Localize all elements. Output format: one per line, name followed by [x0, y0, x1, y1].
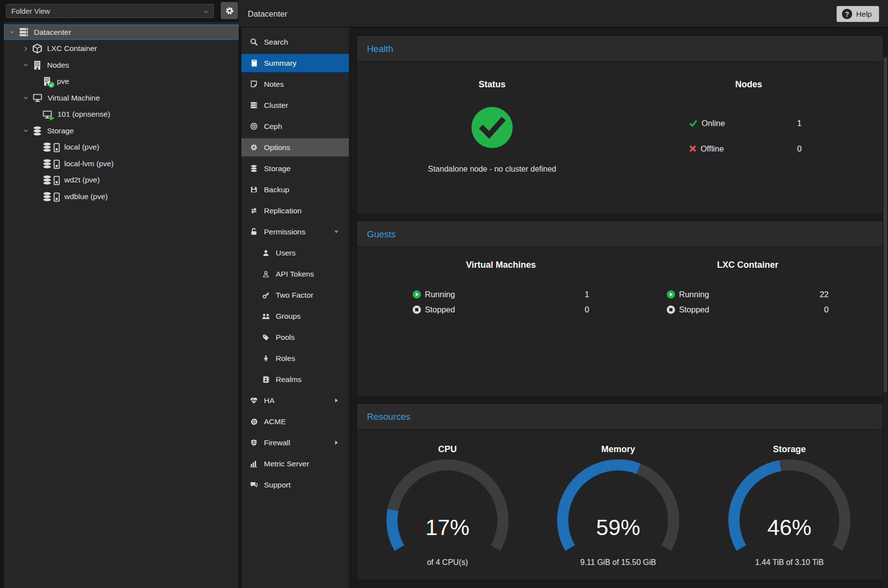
nav-item-label: ACME [264, 417, 286, 426]
tree-item-storage-wdblue[interactable]: wdblue (pve) [4, 189, 238, 204]
nav-item-groups[interactable]: Groups [241, 307, 349, 325]
tree-item-vm-101[interactable]: 101 (opnsense) [4, 107, 238, 122]
health-panel: Health Status Standalone node - no clust… [357, 35, 883, 214]
memory-gauge-block: Memory 59% 9.11 GiB of 15.50 GiB [545, 430, 692, 580]
server-rack-icon [18, 26, 29, 38]
nav-item-acme[interactable]: ACME [241, 412, 349, 431]
expand-right-icon [334, 398, 339, 403]
database-drive-icon [42, 191, 60, 202]
nav-item-label: Realms [276, 375, 302, 384]
stat-value: 0 [797, 144, 809, 153]
tree-item-datacenter[interactable]: Datacenter [4, 25, 238, 40]
nav-item-label: Replication [264, 206, 302, 215]
tree-item-storage-wd2t[interactable]: wd2t (pve) [4, 173, 238, 188]
nav-item-options[interactable]: Options [241, 138, 349, 156]
tree-item-storage-local-lvm[interactable]: local-lvm (pve) [4, 156, 238, 171]
view-selector-value: Folder View [11, 7, 50, 15]
stat-value: 1 [585, 290, 589, 299]
storage-gauge-block: Storage 46% 1.44 TiB of 3.10 TiB [716, 430, 863, 580]
chevron-down-icon [9, 29, 15, 35]
database-drive-icon [42, 142, 60, 153]
chevron-right-icon [23, 46, 28, 51]
nav-item-support[interactable]: Support [241, 476, 349, 494]
nav-item-label: HA [264, 396, 275, 405]
nav-item-summary[interactable]: Summary [241, 54, 349, 72]
running-play-badge [50, 115, 55, 121]
floppy-icon [249, 185, 259, 194]
stat-value: 0 [585, 305, 589, 314]
gear-icon [249, 143, 259, 152]
nav-item-label: Options [264, 143, 290, 152]
gear-icon [225, 6, 235, 16]
nav-item-label: Notes [264, 80, 284, 89]
help-label: Help [856, 10, 872, 19]
user-outline-icon [261, 270, 270, 278]
database-drive-icon [42, 175, 60, 185]
gauge-percent: 46% [716, 513, 863, 542]
status-ok-icon [471, 107, 513, 148]
database-icon [32, 126, 43, 136]
user-icon [261, 249, 270, 257]
tree-item-storage-local[interactable]: local (pve) [4, 140, 238, 155]
lxc-heading: LXC Container [667, 260, 829, 270]
nav-item-ceph[interactable]: Ceph [241, 117, 349, 135]
resources-panel-title: Resources [357, 404, 883, 430]
nav-item-notes[interactable]: Notes [241, 75, 349, 93]
guests-panel: Guests Virtual Machines Running 1 Stoppe… [357, 221, 883, 397]
stat-value: 22 [820, 290, 829, 299]
nav-item-roles[interactable]: Roles [241, 349, 349, 367]
stat-label: Running [679, 290, 709, 299]
help-button[interactable]: ? Help [836, 6, 879, 22]
nav-item-label: Ceph [264, 122, 282, 131]
nav-item-firewall[interactable]: Firewall [241, 434, 349, 452]
online-check-badge [49, 82, 54, 88]
nav-item-storage[interactable]: Storage [241, 159, 349, 178]
expand-right-icon [334, 440, 339, 445]
tree-item-label: 101 (opnsense) [57, 110, 110, 119]
tree-item-node-pve[interactable]: pve [4, 74, 238, 89]
tree-item-nodes[interactable]: Nodes [4, 57, 238, 73]
nav-item-label: API Tokens [276, 270, 314, 279]
nav-item-users[interactable]: Users [241, 244, 349, 262]
gauge-percent: 17% [374, 513, 521, 542]
tree-item-label: local (pve) [64, 143, 100, 152]
nav-item-replication[interactable]: Replication [241, 202, 349, 220]
nav-item-realms[interactable]: Realms [241, 370, 349, 388]
guests-panel-title: Guests [357, 221, 883, 247]
gauge-title: CPU [374, 444, 521, 455]
heartbeat-icon [249, 396, 259, 405]
nav-item-label: Groups [276, 312, 301, 321]
nav-item-permissions[interactable]: Permissions [241, 223, 349, 241]
shield-icon [249, 438, 259, 447]
stat-label: Stopped [425, 305, 455, 314]
nav-item-label: Backup [264, 185, 289, 194]
view-selector-dropdown[interactable]: Folder View [6, 4, 214, 18]
nav-item-ha[interactable]: HA [241, 391, 349, 409]
nav-item-search[interactable]: Search [241, 33, 349, 51]
nav-item-backup[interactable]: Backup [241, 180, 349, 199]
nav-item-two-factor[interactable]: Two Factor [241, 286, 349, 304]
cross-icon [689, 145, 697, 153]
check-icon [689, 119, 698, 128]
building-icon [32, 60, 43, 71]
gauge-sublabel: 1.44 TiB of 3.10 TiB [716, 556, 863, 569]
health-panel-title: Health [357, 36, 883, 62]
lxc-running-row: Running 22 [667, 288, 829, 300]
nav-item-cluster[interactable]: Cluster [241, 96, 349, 114]
nav-item-metric-server[interactable]: Metric Server [241, 455, 349, 473]
seal-icon [249, 418, 259, 426]
tree-item-storage[interactable]: Storage [4, 123, 238, 138]
nav-item-pools[interactable]: Pools [241, 328, 349, 346]
stat-value: 0 [824, 305, 829, 314]
help-question-icon: ? [842, 9, 852, 19]
nav-item-label: Firewall [264, 438, 290, 447]
running-icon [413, 290, 421, 299]
lxc-stopped-row: Stopped 0 [667, 304, 829, 315]
vm-heading: Virtual Machines [413, 260, 589, 270]
tree-item-lxc-container[interactable]: LXC Container [4, 41, 238, 56]
scrollbar-thumb[interactable] [884, 57, 887, 392]
nav-item-label: Storage [264, 164, 290, 173]
tree-settings-button[interactable] [221, 2, 238, 19]
tree-item-virtual-machine[interactable]: Virtual Machine [4, 90, 238, 105]
nav-item-api-tokens[interactable]: API Tokens [241, 265, 349, 283]
